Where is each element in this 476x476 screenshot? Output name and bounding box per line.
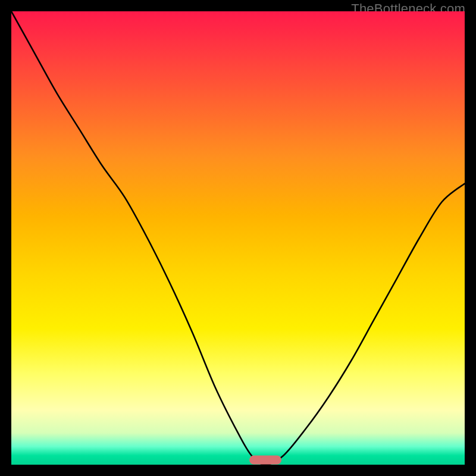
bottleneck-curve	[11, 11, 465, 465]
optimal-marker	[249, 456, 281, 465]
plot-area	[11, 11, 465, 465]
